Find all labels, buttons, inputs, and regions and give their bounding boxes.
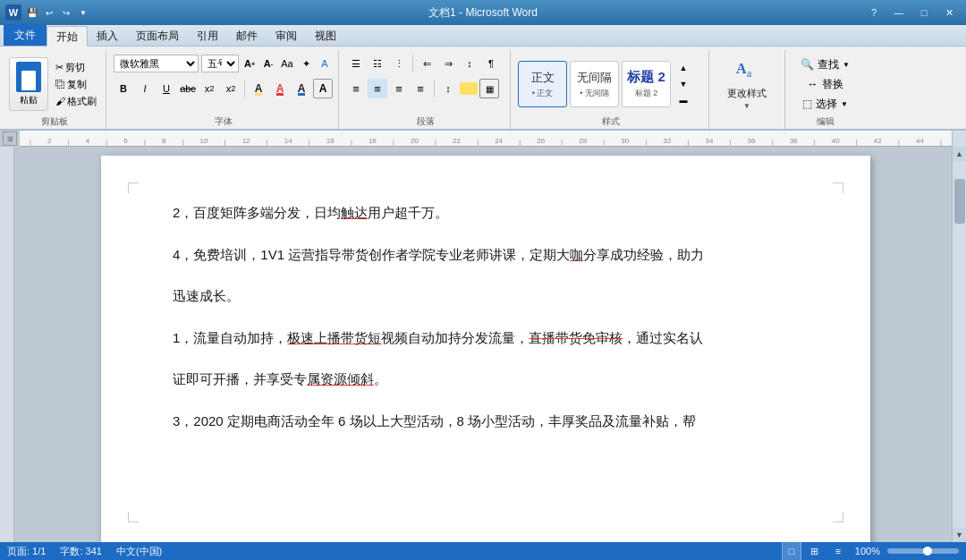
scroll-down-arrow[interactable]: ▼: [953, 528, 966, 542]
divider2: [412, 55, 413, 72]
customize-quick-btn[interactable]: ▼: [76, 5, 90, 20]
align-left-btn[interactable]: ≡: [346, 79, 366, 98]
style-scroll-up[interactable]: ▲: [674, 61, 693, 75]
numbering-btn[interactable]: ☷: [368, 54, 387, 73]
zoom-slider[interactable]: [887, 548, 959, 554]
shading-btn[interactable]: [460, 82, 478, 95]
border-btn[interactable]: ▦: [479, 79, 499, 98]
bold-button[interactable]: B: [114, 79, 133, 98]
underline-button[interactable]: U: [157, 79, 176, 98]
tab-mailings[interactable]: 邮件: [227, 26, 267, 46]
font-color-btn[interactable]: A: [270, 79, 290, 98]
find-button[interactable]: 🔍 查找 ▼: [795, 55, 855, 74]
tab-references[interactable]: 引用: [188, 26, 227, 46]
text-effects-btn[interactable]: A: [317, 55, 333, 72]
scroll-thumb[interactable]: [954, 179, 965, 224]
bullets-btn[interactable]: ☰: [346, 54, 366, 73]
divider3: [434, 80, 435, 98]
status-right: □ ⊞ ≡ 100%: [782, 541, 959, 560]
paragraph-4b[interactable]: [173, 450, 808, 476]
copy-button[interactable]: ⿻复制: [52, 77, 100, 92]
superscript-button[interactable]: x2: [221, 79, 241, 98]
close-btn[interactable]: ✕: [937, 4, 961, 21]
page-wrapper[interactable]: 2，百度矩阵多端分发，日均触达用户超千万。 4，免费培训，1V1 运营指导带货创…: [20, 147, 952, 542]
right-scrollbar[interactable]: ▲ ▼: [952, 147, 966, 542]
redo-quick-btn[interactable]: ↪: [59, 5, 73, 20]
paragraph-2[interactable]: 4，免费培训，1V1 运营指导带货创作者学院专业老师讲课，定期大咖分享成功经验，…: [173, 242, 808, 268]
paragraph-2b[interactable]: 迅速成长。: [173, 284, 808, 310]
change-styles-button[interactable]: A a 更改样式 ▼: [716, 61, 777, 107]
paragraph-3b[interactable]: 证即可开播，并享受专属资源倾斜。: [173, 367, 808, 393]
style-heading2[interactable]: 标题 2 标题 2: [622, 61, 671, 107]
select-icon: ⬚: [802, 98, 812, 110]
ruler-scroll-corner: [952, 131, 966, 147]
subscript-button[interactable]: x2: [199, 79, 219, 98]
help-btn[interactable]: ?: [862, 4, 886, 21]
align-right-btn[interactable]: ≡: [389, 79, 409, 98]
style-gallery-scroll[interactable]: ▲ ▼ ▬: [674, 61, 693, 107]
paragraph-4[interactable]: 3，2020 定期电商活动全年 6 场以上大型活动，8 场小型活动，丰厚奖品及流…: [173, 409, 808, 435]
show-marks-btn[interactable]: ¶: [481, 54, 501, 73]
view-mode-btns[interactable]: □ ⊞ ≡: [782, 541, 848, 560]
increase-indent-btn[interactable]: ⇒: [438, 54, 458, 73]
find-icon: 🔍: [801, 58, 814, 71]
clear-format-btn[interactable]: ✦: [298, 55, 314, 72]
font-size-select[interactable]: 五号: [201, 55, 239, 72]
tab-page-layout[interactable]: 页面布局: [127, 26, 188, 46]
tab-insert[interactable]: 插入: [88, 26, 127, 46]
paragraph-group: ☰ ☷ ⋮ ⇐ ⇒ ↕ ¶ ≡ ≡ ≡ ≡ ↕ ▦ 段落: [341, 50, 511, 129]
left-panel: [0, 147, 20, 542]
ruler-side-left: ⊞: [0, 131, 20, 147]
window-controls[interactable]: ? — □ ✕: [862, 4, 961, 21]
italic-button[interactable]: I: [135, 79, 155, 98]
tab-review[interactable]: 审阅: [267, 26, 306, 46]
tab-view[interactable]: 视图: [306, 26, 345, 46]
word-count: 字数: 341: [60, 545, 101, 558]
style-more[interactable]: ▬: [674, 93, 693, 107]
sort-btn[interactable]: ↕: [460, 54, 479, 73]
tab-home[interactable]: 开始: [47, 26, 88, 47]
format-painter-button[interactable]: 🖌格式刷: [52, 94, 100, 109]
scroll-track[interactable]: [953, 161, 966, 528]
font-grow-btn[interactable]: A+: [242, 55, 258, 72]
paste-button[interactable]: 粘贴: [9, 57, 48, 111]
tab-file[interactable]: 文件: [4, 24, 47, 46]
paragraph-1[interactable]: 2，百度矩阵多端分发，日均触达用户超千万。: [173, 200, 808, 226]
minimize-btn[interactable]: —: [887, 4, 911, 21]
replace-button[interactable]: ↔ 替换: [802, 75, 849, 94]
font-shrink-btn[interactable]: A-: [260, 55, 276, 72]
print-view-btn[interactable]: □: [782, 541, 801, 560]
scroll-up-arrow[interactable]: ▲: [953, 147, 966, 161]
view-ruler-icon[interactable]: ⊞: [3, 132, 17, 146]
style-normal[interactable]: 正文 • 正文: [518, 61, 567, 107]
style-scroll-down[interactable]: ▼: [674, 77, 693, 91]
undo-quick-btn[interactable]: ↩: [42, 5, 56, 20]
multilevel-list-btn[interactable]: ⋮: [389, 54, 409, 73]
line-spacing-btn[interactable]: ↕: [438, 79, 458, 98]
justify-btn[interactable]: ≡: [411, 79, 430, 98]
document-page[interactable]: 2，百度矩阵多端分发，日均触达用户超千万。 4，免费培训，1V1 运营指导带货创…: [101, 156, 870, 542]
text-highlight-btn[interactable]: A: [249, 79, 268, 98]
strikethrough-button[interactable]: abc: [178, 79, 198, 98]
full-screen-btn[interactable]: ⊞: [805, 541, 825, 560]
save-quick-btn[interactable]: 💾: [25, 5, 39, 20]
web-view-btn[interactable]: ≡: [828, 541, 848, 560]
word-logo: W: [5, 4, 21, 21]
corner-mark-br: [833, 512, 843, 522]
font-shading-btn[interactable]: A: [292, 79, 311, 98]
paragraph-3[interactable]: 1，流量自动加持，极速上播带货短视频自动加持分发流量，直播带货免审核，通过实名认: [173, 326, 808, 352]
ribbon-tabs[interactable]: 文件 开始 插入 页面布局 引用 邮件 审阅 视图: [0, 25, 966, 47]
quick-access-toolbar[interactable]: 💾 ↩ ↪ ▼: [25, 5, 90, 20]
maximize-btn[interactable]: □: [912, 4, 936, 21]
cut-button[interactable]: ✂剪切: [52, 60, 100, 75]
style-no-spacing[interactable]: 无间隔 • 无间隔: [570, 61, 619, 107]
font-name-select[interactable]: 微软雅黑: [114, 55, 199, 72]
align-center-btn[interactable]: ≡: [368, 79, 387, 98]
select-button[interactable]: ⬚ 选择 ▼: [797, 95, 853, 114]
change-case-btn[interactable]: Aa: [279, 55, 295, 72]
svg-text:a: a: [747, 67, 752, 80]
zoom-thumb[interactable]: [923, 547, 932, 556]
text-border-btn[interactable]: A: [313, 79, 333, 98]
styles-group: 正文 • 正文 无间隔 • 无间隔 标题 2 标题 2 ▲ ▼ ▬ 样式: [513, 50, 709, 129]
decrease-indent-btn[interactable]: ⇐: [417, 54, 436, 73]
